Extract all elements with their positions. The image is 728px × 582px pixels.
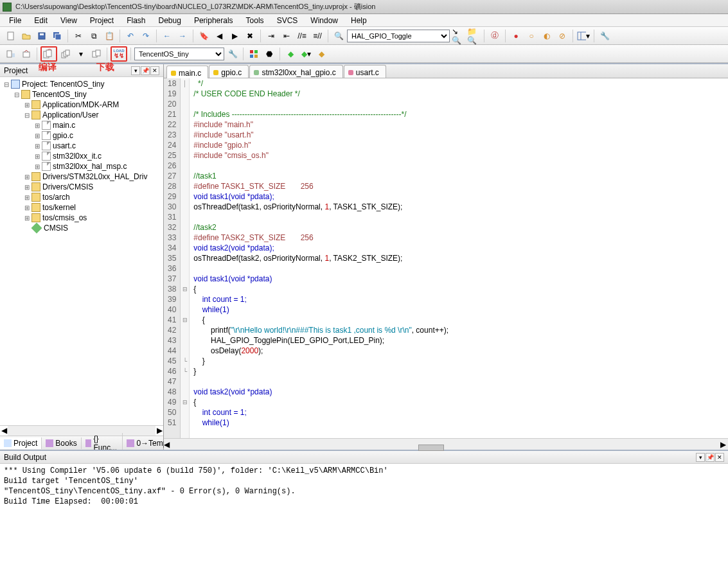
panel-pin-button[interactable]: 📌	[141, 66, 150, 75]
breakpoint-kill-button[interactable]: ⊘	[555, 29, 569, 43]
menu-peripherals[interactable]: Peripherals	[188, 15, 240, 26]
nav-fwd-button[interactable]: →	[175, 29, 190, 43]
sidebar-tab[interactable]: Books	[42, 437, 81, 449]
rte-button[interactable]: ◆	[314, 47, 328, 61]
manage-components-button[interactable]	[247, 47, 261, 61]
tree-node[interactable]: ⊟Application/User	[1, 110, 162, 120]
find-next-button[interactable]: ↘🔍	[451, 29, 465, 43]
menu-project[interactable]: Project	[84, 15, 120, 26]
stop-build-button[interactable]: ▾	[74, 47, 88, 61]
find-in-files-button[interactable]: 📁🔍	[466, 29, 481, 43]
bookmark-prev-button[interactable]: ◀	[212, 29, 226, 43]
annotation-download: 下载	[96, 62, 114, 73]
tree-node[interactable]: ⊞gpio.c	[1, 130, 162, 141]
build-output-text[interactable]: *** Using Compiler 'V5.06 update 6 (buil…	[0, 464, 728, 582]
tree-node[interactable]: ⊞Drivers/CMSIS	[1, 182, 162, 192]
save-all-button[interactable]	[50, 29, 64, 43]
redo-button[interactable]: ↷	[139, 29, 153, 43]
save-button[interactable]	[35, 29, 49, 43]
bookmark-clear-button[interactable]: ✖	[243, 29, 257, 43]
cut-button[interactable]: ✂	[71, 29, 85, 43]
file-tab[interactable]: main.c	[166, 66, 208, 78]
svg-rect-8	[23, 52, 30, 57]
tree-node[interactable]: ⊞Drivers/STM32L0xx_HAL_Driv	[1, 172, 162, 182]
tree-node[interactable]: ⊞stm32l0xx_it.c	[1, 151, 162, 161]
new-file-button[interactable]	[4, 29, 18, 43]
tree-node[interactable]: ⊞tos/kernel	[1, 202, 162, 213]
file-tab[interactable]: gpio.c	[209, 65, 249, 78]
tree-node[interactable]: CMSIS	[1, 223, 162, 233]
download-button[interactable]: LOAD↯↯	[111, 46, 127, 62]
configure-button[interactable]: 🔧	[598, 29, 612, 43]
translate-button[interactable]	[4, 47, 18, 61]
tree-node[interactable]: ⊞stm32l0xx_hal_msp.c	[1, 161, 162, 172]
window-title: C:\Users\supowang\Desktop\TencentOS-tiny…	[15, 2, 375, 12]
target-options-button[interactable]: 🔧	[226, 47, 240, 61]
menu-help[interactable]: Help	[344, 15, 373, 26]
panel-close-button[interactable]: ✕	[150, 66, 159, 75]
find-combo[interactable]: HAL_GPIO_Toggle	[347, 30, 450, 42]
menu-edit[interactable]: Edit	[28, 15, 54, 26]
target-combo[interactable]: TencentOS_tiny	[134, 48, 224, 60]
app-icon	[3, 3, 12, 12]
tree-node[interactable]: ⊟Project: TencentOS_tiny	[1, 79, 162, 89]
output-menu-button[interactable]: ▾	[696, 453, 705, 462]
outdent-button[interactable]: ⇤	[280, 29, 294, 43]
breakpoint-disable-button[interactable]: ○	[524, 29, 538, 43]
tree-node[interactable]: ⊞main.c	[1, 120, 162, 130]
undo-button[interactable]: ↶	[123, 29, 138, 43]
tree-node[interactable]: ⊟TencentOS_tiny	[1, 89, 162, 100]
sidebar-tab[interactable]: Project	[0, 437, 42, 449]
build-output-title: Build Output	[4, 453, 46, 462]
svg-rect-10	[46, 50, 51, 57]
panel-menu-button[interactable]: ▾	[131, 66, 140, 75]
indent-button[interactable]: ⇥	[264, 29, 278, 43]
menu-debug[interactable]: Debug	[152, 15, 188, 26]
svg-rect-7	[7, 51, 12, 57]
uncomment-button[interactable]: ≡//	[310, 29, 324, 43]
menu-view[interactable]: View	[54, 15, 84, 26]
svg-rect-4	[55, 34, 61, 40]
nav-back-button[interactable]: ←	[160, 29, 174, 43]
batch-build-button[interactable]	[58, 47, 73, 61]
debug-button[interactable]: ⓓ	[488, 29, 502, 43]
build-button[interactable]	[19, 47, 33, 61]
editor-area: main.cgpio.cstm32l0xx_hal_gpio.cusart.c …	[164, 64, 728, 450]
bookmark-next-button[interactable]: ▶	[227, 29, 242, 43]
code-editor[interactable]: 1819202122232425262728293031323334353637…	[164, 78, 728, 438]
breakpoint-enable-button[interactable]: ◐	[540, 29, 554, 43]
output-close-button[interactable]: ✕	[715, 453, 724, 462]
tree-node[interactable]: ⊞usart.c	[1, 141, 162, 151]
menu-tools[interactable]: Tools	[240, 15, 271, 26]
output-pin-button[interactable]: 📌	[706, 453, 715, 462]
find-button[interactable]: 🔍	[332, 29, 346, 43]
menu-window[interactable]: Window	[304, 15, 344, 26]
rebuild-button[interactable]	[40, 46, 57, 62]
build-output-header: Build Output ▾ 📌 ✕	[0, 451, 728, 464]
annotation-compile: 编译	[39, 62, 57, 73]
tree-node[interactable]: ⊞tos/cmsis_os	[1, 213, 162, 223]
menu-file[interactable]: File	[3, 15, 28, 26]
menu-flash[interactable]: Flash	[120, 15, 152, 26]
breakpoint-insert-button[interactable]: ●	[509, 29, 523, 43]
copy-button[interactable]: ⧉	[87, 29, 101, 43]
project-panel: Project ▾ 📌 ✕ ⊟Project: TencentOS_tiny⊟T…	[0, 64, 164, 450]
clean-button[interactable]	[89, 47, 103, 61]
comment-button[interactable]: //≡	[295, 29, 309, 43]
menu-svcs[interactable]: SVCS	[271, 15, 305, 26]
open-file-button[interactable]	[19, 29, 33, 43]
project-tree[interactable]: ⊟Project: TencentOS_tiny⊟TencentOS_tiny⊞…	[0, 77, 163, 425]
window-titlebar: C:\Users\supowang\Desktop\TencentOS-tiny…	[0, 0, 728, 14]
tree-node[interactable]: ⊞Application/MDK-ARM	[1, 100, 162, 110]
paste-button[interactable]: 📋	[102, 29, 116, 43]
file-extensions-button[interactable]: ⬣	[262, 47, 276, 61]
svg-rect-2	[40, 33, 44, 35]
tree-node[interactable]: ⊞tos/arch	[1, 192, 162, 202]
editor-hscrollbar[interactable]: ◀▶	[164, 438, 728, 450]
bookmark-toggle-button[interactable]: 🔖	[197, 29, 211, 43]
file-tab[interactable]: stm32l0xx_hal_gpio.c	[249, 65, 342, 78]
window-layout-button[interactable]: ▾	[576, 29, 590, 43]
pack-installer-button[interactable]: ◆	[283, 47, 297, 61]
select-packs-button[interactable]: ◆▾	[299, 47, 313, 61]
file-tab[interactable]: usart.c	[344, 65, 386, 78]
